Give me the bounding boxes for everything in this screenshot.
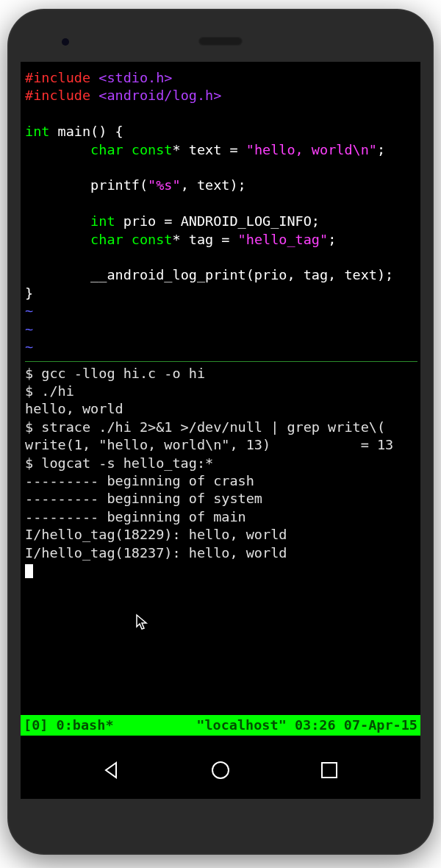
term-line: --------- beginning of system — [25, 491, 262, 506]
decl-text: * text = — [173, 142, 246, 157]
include-header: <android/log.h> — [98, 88, 221, 103]
tmux-clock: "localhost" 03:26 07-Apr-15 — [196, 716, 417, 734]
term-line: $ gcc -llog hi.c -o hi — [25, 366, 205, 381]
fn-call: printf( — [90, 177, 148, 193]
string-literal: "hello_tag" — [238, 232, 329, 247]
include-header: <stdio.h> — [98, 70, 172, 85]
android-navbar — [21, 741, 420, 799]
term-line: hello, world — [25, 401, 123, 416]
string-literal: "%s" — [148, 177, 181, 193]
fn-signature: main() { — [49, 124, 123, 139]
keyword-int: int — [90, 213, 115, 229]
terminal-cursor — [25, 564, 33, 578]
term-line: I/hello_tag(18237): hello, world — [25, 545, 287, 561]
term-line: --------- beginning of crash — [25, 473, 254, 488]
call-args: , text); — [181, 177, 246, 193]
vim-tilde: ~ — [25, 321, 33, 337]
keyword-char-const: char const — [90, 232, 172, 247]
decl-text: prio = ANDROID_LOG_INFO; — [115, 213, 320, 229]
svg-rect-1 — [322, 763, 337, 778]
code-editor-pane[interactable]: #include <stdio.h> #include <android/log… — [25, 69, 417, 357]
pane-divider[interactable] — [25, 361, 417, 362]
preproc-directive: #include — [25, 88, 90, 103]
screen[interactable]: #include <stdio.h> #include <android/log… — [21, 62, 420, 799]
term-line: $ ./hi — [25, 383, 74, 399]
keyword-char-const: char const — [90, 142, 172, 157]
string-literal: "hello, world\n" — [246, 142, 377, 157]
recent-apps-icon[interactable] — [319, 760, 340, 780]
term-line: $ logcat -s hello_tag:* — [25, 455, 213, 471]
term-line: I/hello_tag(18229): hello, world — [25, 527, 287, 542]
vim-tilde: ~ — [25, 303, 33, 319]
term-line: $ strace ./hi 2>&1 >/dev/null | grep wri… — [25, 419, 385, 435]
decl-text: * tag = — [173, 232, 238, 247]
keyword-int: int — [25, 124, 49, 139]
term-line: write(1, "hello, world\n", 13) = 13 — [25, 437, 393, 452]
tmux-status-bar[interactable]: [0] 0:bash* "localhost" 03:26 07-Apr-15 — [21, 715, 420, 736]
tmux-window-list: [0] 0:bash* — [24, 716, 114, 734]
vim-tilde: ~ — [25, 339, 33, 355]
fn-call: __android_log_print(prio, tag, text); — [90, 267, 393, 282]
mouse-cursor-icon — [135, 613, 150, 631]
svg-point-0 — [212, 762, 229, 778]
back-icon[interactable] — [101, 760, 122, 780]
home-icon[interactable] — [210, 760, 231, 780]
terminal-pane[interactable]: $ gcc -llog hi.c -o hi $ ./hi hello, wor… — [25, 365, 417, 580]
close-brace: } — [25, 285, 33, 301]
term-line: --------- beginning of main — [25, 509, 246, 524]
phone-frame: #include <stdio.h> #include <android/log… — [7, 9, 434, 855]
preproc-directive: #include — [25, 70, 90, 85]
